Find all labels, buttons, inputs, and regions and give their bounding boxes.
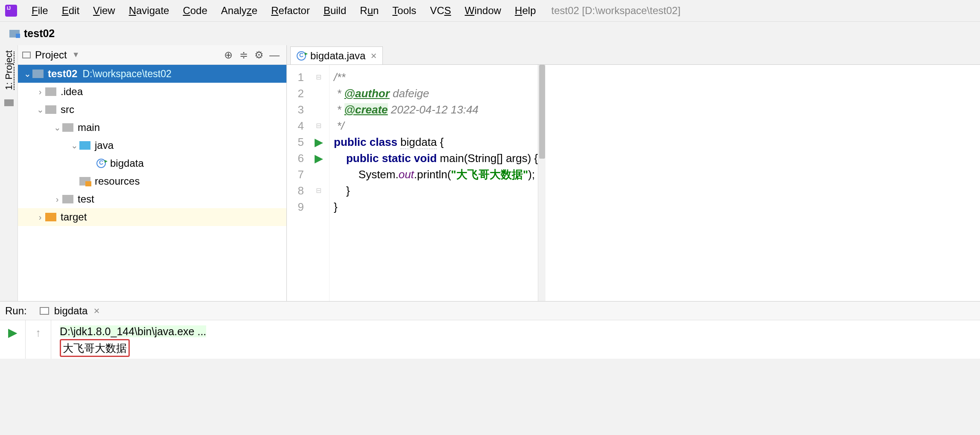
tree-root-label: test02	[48, 68, 77, 79]
breadcrumb-root[interactable]: test02	[24, 27, 55, 40]
run-sub-toolbar: ↑	[26, 320, 51, 359]
expand-icon[interactable]: ⌄	[52, 122, 62, 133]
tree-src[interactable]: ⌄ src	[18, 101, 286, 119]
run-config-icon	[40, 307, 49, 315]
run-toolbar: ▶	[0, 320, 26, 359]
tab-label: bigdata.java	[310, 50, 365, 62]
code-text: );	[528, 168, 535, 181]
expand-icon[interactable]: ›	[35, 212, 45, 222]
menu-tools[interactable]: Tools	[385, 3, 423, 18]
tree-label: bigdata	[110, 157, 144, 169]
tree-bigdata-class[interactable]: bigdata	[18, 154, 286, 172]
keyword: void	[414, 152, 437, 165]
code-content[interactable]: /** * @author dafeige * @create 2022-04-…	[330, 65, 538, 301]
menu-help[interactable]: Help	[508, 3, 542, 18]
menu-run[interactable]: Run	[353, 3, 385, 18]
line-number: 3	[287, 102, 304, 118]
run-label: Run:	[5, 305, 27, 317]
keyword: public	[334, 136, 367, 148]
tree-root[interactable]: ⌄ test02 D:\workspace\test02	[18, 65, 286, 83]
run-header: Run: bigdata ×	[0, 302, 980, 320]
expand-icon[interactable]: ⌄	[35, 104, 45, 115]
tree-label: .idea	[61, 86, 83, 98]
up-stack-icon[interactable]: ↑	[35, 326, 41, 339]
code-text: System.	[334, 168, 399, 181]
project-tool-tab[interactable]: 1: Project	[2, 45, 16, 95]
project-tool-window: Project ▼ ⊕ ≑ ⚙ — ⌄ test02 D:\workspace\…	[18, 45, 287, 301]
tree-idea[interactable]: › .idea	[18, 83, 286, 101]
code-line: }	[334, 184, 350, 197]
tree-label: resources	[95, 175, 140, 187]
left-tool-stripe: 1: Project	[0, 45, 18, 301]
code-text: 2022-04-12 13:44	[388, 103, 479, 116]
expand-icon[interactable]: ⌄	[22, 69, 32, 79]
menu-file[interactable]: File	[25, 3, 55, 18]
collapse-icon[interactable]: ≑	[236, 47, 251, 63]
project-view-dropdown-icon[interactable]: ▼	[72, 50, 80, 59]
menu-window[interactable]: Window	[458, 3, 508, 18]
close-run-tab-icon[interactable]: ×	[93, 305, 99, 317]
hide-icon[interactable]: —	[267, 47, 282, 63]
project-tree: ⌄ test02 D:\workspace\test02 › .idea ⌄ s…	[18, 65, 286, 301]
menu-build[interactable]: Build	[317, 3, 353, 18]
code-text: .println(	[414, 168, 451, 181]
tree-resources[interactable]: resources	[18, 172, 286, 190]
fold-end-icon[interactable]: ⊟	[308, 183, 329, 199]
run-config-name[interactable]: bigdata	[54, 305, 88, 317]
menu-navigate[interactable]: Navigate	[122, 3, 176, 18]
run-tool-window: Run: bigdata × ▶ ↑ D:\jdk1.8.0_144\bin\j…	[0, 301, 980, 359]
vertical-scrollbar[interactable]	[538, 65, 545, 301]
expand-icon[interactable]: ⌄	[69, 140, 79, 151]
menu-edit[interactable]: Edit	[55, 3, 86, 18]
tree-main[interactable]: ⌄ main	[18, 119, 286, 136]
navigation-bar: test02	[0, 21, 980, 45]
tree-label: java	[95, 139, 114, 151]
string-literal: "大飞哥大数据"	[451, 168, 528, 181]
folder-icon	[45, 105, 56, 114]
project-view-icon	[22, 52, 31, 58]
menu-refactor[interactable]: Refactor	[264, 3, 317, 18]
expand-icon[interactable]: ›	[52, 194, 62, 204]
menu-view[interactable]: View	[86, 3, 122, 18]
menu-vcs[interactable]: VCS	[423, 3, 458, 18]
tree-label: target	[61, 211, 87, 223]
fold-icon[interactable]: ⊟	[308, 69, 329, 85]
menu-analyze[interactable]: Analyze	[214, 3, 264, 18]
project-view-title[interactable]: Project	[35, 49, 67, 61]
line-number: 7	[287, 166, 304, 183]
line-number: 9	[287, 199, 304, 215]
menu-code[interactable]: Code	[176, 3, 214, 18]
editor-tabs: bigdata.java ×	[287, 45, 980, 65]
console-stdout-highlighted: 大飞哥大数据	[60, 339, 130, 357]
line-number: 4	[287, 118, 304, 134]
line-number: 8	[287, 183, 304, 199]
console-output[interactable]: D:\jdk1.8.0_144\bin\java.exe ... 大飞哥大数据	[51, 320, 980, 359]
gutter-icons: ⊟ ⊟ ▶ ▶ ⊟	[308, 65, 330, 301]
folder-icon	[45, 87, 56, 96]
code-editor[interactable]: 1 2 3 4 5 6 7 8 9 ⊟ ⊟ ▶ ▶ ⊟ /** * @au	[287, 65, 980, 301]
tree-label: main	[78, 122, 100, 133]
run-gutter-icon[interactable]: ▶	[308, 150, 329, 166]
tree-java[interactable]: ⌄ java	[18, 136, 286, 154]
tree-target[interactable]: › target	[18, 208, 286, 226]
tree-test[interactable]: › test	[18, 190, 286, 208]
settings-icon[interactable]: ⚙	[251, 47, 267, 63]
module-folder-icon	[32, 70, 44, 78]
app-icon	[5, 5, 17, 17]
rerun-button[interactable]: ▶	[8, 325, 18, 339]
field-ref: out	[399, 168, 414, 181]
java-class-icon	[297, 51, 306, 61]
class-name: bigdata	[400, 136, 437, 149]
run-gutter-icon[interactable]: ▶	[308, 134, 329, 150]
locate-icon[interactable]: ⊕	[221, 47, 236, 63]
editor-tab-bigdata[interactable]: bigdata.java ×	[290, 46, 383, 64]
tree-label: test	[78, 193, 94, 205]
close-tab-icon[interactable]: ×	[370, 50, 376, 62]
code-text: dafeige	[390, 87, 429, 100]
fold-icon[interactable]: ⊟	[308, 118, 329, 134]
structure-icon[interactable]	[4, 99, 14, 106]
code-line: }	[334, 200, 338, 213]
folder-icon	[62, 195, 73, 203]
keyword: static	[382, 152, 411, 165]
expand-icon[interactable]: ›	[35, 87, 45, 97]
